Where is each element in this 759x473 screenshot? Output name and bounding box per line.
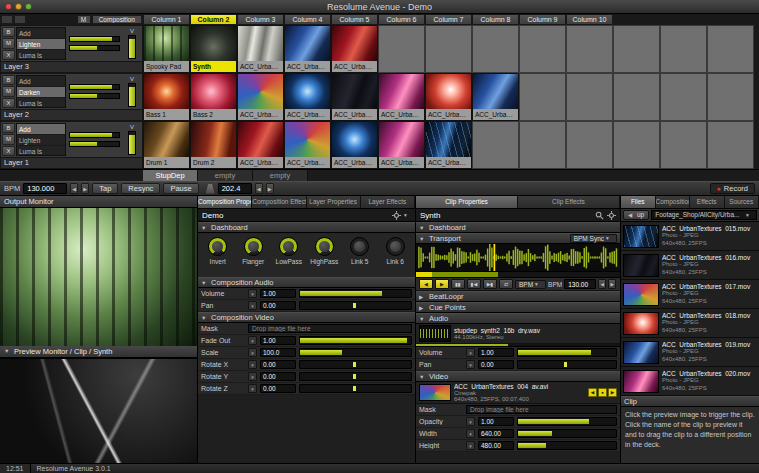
layer-opacity-slider[interactable] <box>128 35 136 59</box>
param-automation-dropdown[interactable]: ▾ <box>466 441 475 450</box>
composition-video-rotate-y-slider[interactable] <box>299 372 412 381</box>
layer-opacity-slider[interactable] <box>128 83 136 107</box>
bpm-sync-dropdown[interactable]: BPM Sync ▾ <box>570 234 617 243</box>
composition-video-fade-out-value[interactable]: 1.00 <box>260 336 296 345</box>
bpm-value[interactable]: 130.000 <box>23 183 67 194</box>
record-button[interactable]: ● Record <box>710 183 755 194</box>
browser-tab-compositions[interactable]: Compositions <box>656 196 691 208</box>
composition-tab-layer-effects[interactable]: Layer Effects <box>361 196 415 208</box>
clip-name[interactable]: ACC_UrbanTextures... <box>426 109 471 120</box>
clip-thumbnail[interactable] <box>238 122 283 157</box>
clip-video-height-value[interactable]: 480.00 <box>478 441 514 450</box>
composition-video-rotate-y-value[interactable]: 0.00 <box>260 372 296 381</box>
clip-cell[interactable]: ACC_UrbanTextures... <box>237 73 284 121</box>
clip-thumbnail[interactable] <box>426 122 471 157</box>
empty-clip-slot[interactable] <box>707 73 754 121</box>
preview-monitor-header[interactable]: ▼ Preview Monitor / Clip / Synth <box>0 346 197 358</box>
layer-m-button[interactable]: M <box>2 134 15 144</box>
blend-mode-option[interactable]: Add <box>17 76 65 87</box>
clip-audio-pan-slider[interactable] <box>517 360 617 369</box>
file-thumbnail[interactable] <box>623 312 659 335</box>
gear-icon[interactable] <box>607 211 616 220</box>
clip-audio-volume-slider[interactable] <box>517 348 617 357</box>
file-thumbnail[interactable] <box>623 341 659 364</box>
clip-name[interactable]: ACC_UrbanTextures... <box>332 61 377 72</box>
composition-audio-pan-value[interactable]: 0.00 <box>260 301 296 310</box>
chevron-down-icon[interactable]: ▾ <box>404 212 411 218</box>
dashboard-knob-lowpass[interactable] <box>279 237 298 256</box>
empty-clip-slot[interactable] <box>566 25 613 73</box>
clip-name[interactable]: ACC_UrbanTextures... <box>379 157 424 168</box>
clip-thumbnail[interactable] <box>473 74 518 109</box>
column-header-column-8[interactable]: Column 8 <box>472 14 519 25</box>
browser-tab-files[interactable]: Files <box>621 196 656 208</box>
clip-thumbnail[interactable] <box>238 74 283 109</box>
clip-thumbnail[interactable] <box>426 74 471 109</box>
empty-clip-slot[interactable] <box>472 25 519 73</box>
clip-thumbnail[interactable] <box>191 122 236 157</box>
empty-clip-slot[interactable] <box>613 25 660 73</box>
browser-tab-effects[interactable]: Effects <box>690 196 725 208</box>
clip-bpm-decrease-button[interactable]: ◀ <box>598 279 606 289</box>
tap-button[interactable]: Tap <box>92 183 118 194</box>
corner-button[interactable] <box>14 15 26 24</box>
column-header-column-3[interactable]: Column 3 <box>237 14 284 25</box>
layer-name[interactable]: Layer 3 <box>1 61 142 72</box>
clip-thumbnail[interactable] <box>379 122 424 157</box>
composition-video-scale-slider[interactable] <box>299 348 412 357</box>
empty-clip-slot[interactable] <box>519 121 566 169</box>
deck-tab-stupdep[interactable]: StupDep <box>143 170 198 181</box>
clip-bpm-increase-button[interactable]: ▶ <box>608 279 616 289</box>
composition-video-rotate-x-slider[interactable] <box>299 360 412 369</box>
clip-thumbnail[interactable] <box>332 122 377 157</box>
empty-clip-slot[interactable] <box>613 121 660 169</box>
blend-mode-option[interactable]: Lighten <box>17 135 65 146</box>
file-item[interactable]: ACC_UrbanTextures_016.movPhoto - JPEG640… <box>621 251 759 280</box>
param-automation-dropdown[interactable]: ▾ <box>466 429 475 438</box>
composition-audio-pan-slider[interactable] <box>299 301 412 310</box>
param-automation-dropdown[interactable]: ▾ <box>466 417 475 426</box>
layer-slider[interactable] <box>69 36 120 42</box>
param-automation-dropdown[interactable]: ▾ <box>248 289 257 298</box>
empty-clip-slot[interactable] <box>566 121 613 169</box>
blend-mode-list[interactable]: AddLightenLuma Is <box>16 27 66 60</box>
clip-cell[interactable]: Bass 2 <box>190 73 237 121</box>
clip-thumbnail[interactable] <box>285 122 330 157</box>
clip-video-opacity-value[interactable]: 1.00 <box>478 417 514 426</box>
clip-video-width-value[interactable]: 640.00 <box>478 429 514 438</box>
composition-video-fade-out-slider[interactable] <box>299 336 412 345</box>
blend-mode-option[interactable]: Darken <box>17 87 65 98</box>
layer-slider[interactable] <box>69 141 120 147</box>
clip-cell[interactable]: ACC_UrbanTextures... <box>237 121 284 169</box>
video-prev-cue-button[interactable]: ◀ <box>588 388 597 397</box>
layer-x-button[interactable]: X <box>2 146 15 156</box>
param-automation-dropdown[interactable]: ▾ <box>248 384 257 393</box>
composition-tab-composition-properties[interactable]: Composition Properties <box>198 196 252 208</box>
clip-name[interactable]: ACC_UrbanTextures... <box>285 157 330 168</box>
clip-name[interactable]: Spooky Pad <box>144 61 189 72</box>
dashboard-knob-flanger[interactable] <box>244 237 263 256</box>
clip-name[interactable]: ACC_UrbanTextures... <box>238 157 283 168</box>
deck-tab-empty[interactable]: empty <box>198 170 253 181</box>
path-dropdown[interactable]: Footage_Shop/AllCity/Urba... ▾ <box>651 210 757 220</box>
clip-name[interactable]: Drum 2 <box>191 157 236 168</box>
blend-mode-option[interactable]: Luma Is <box>17 98 65 108</box>
clip-cell[interactable]: ACC_UrbanTextures... <box>284 25 331 73</box>
clip-video-height-slider[interactable] <box>517 441 617 450</box>
clip-cell[interactable]: ACC_UrbanTextures... <box>331 73 378 121</box>
param-automation-dropdown[interactable]: ▾ <box>466 360 475 369</box>
clip-name[interactable]: Bass 2 <box>191 109 236 120</box>
clip-bpm-value[interactable]: 130.00 <box>564 279 596 289</box>
layer-b-button[interactable]: B <box>2 123 15 133</box>
clip-name[interactable]: ACC_UrbanTextures... <box>426 157 471 168</box>
goto-end-button[interactable]: ▶▮ <box>483 279 497 289</box>
blend-mode-option[interactable]: Lighten <box>17 39 65 50</box>
file-thumbnail[interactable] <box>623 283 659 306</box>
layer-x-button[interactable]: X <box>2 98 15 108</box>
clip-name[interactable]: ACC_UrbanTextures... <box>238 109 283 120</box>
column-header-column-1[interactable]: Column 1 <box>143 14 190 25</box>
param-automation-dropdown[interactable]: ▾ <box>248 360 257 369</box>
gear-icon[interactable] <box>392 211 401 220</box>
clip-audio-volume-value[interactable]: 1.00 <box>478 348 514 357</box>
composition-video-scale-value[interactable]: 100.0 <box>260 348 296 357</box>
